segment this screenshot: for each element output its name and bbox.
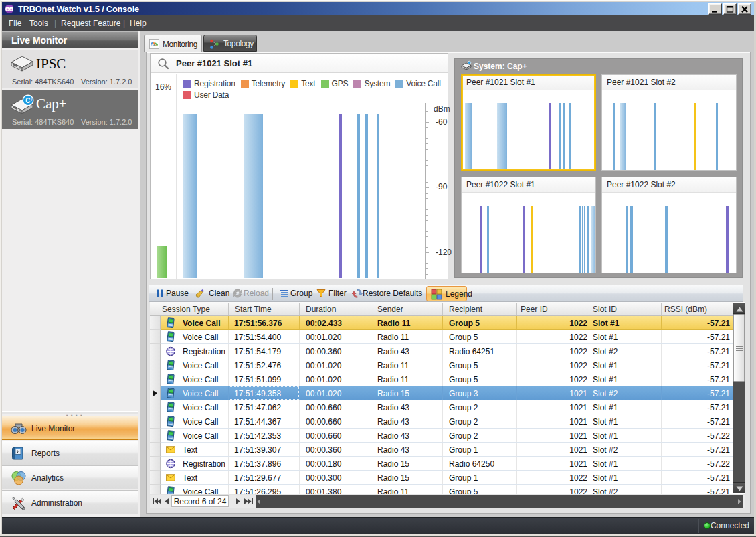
svg-text:+: +: [30, 97, 33, 103]
